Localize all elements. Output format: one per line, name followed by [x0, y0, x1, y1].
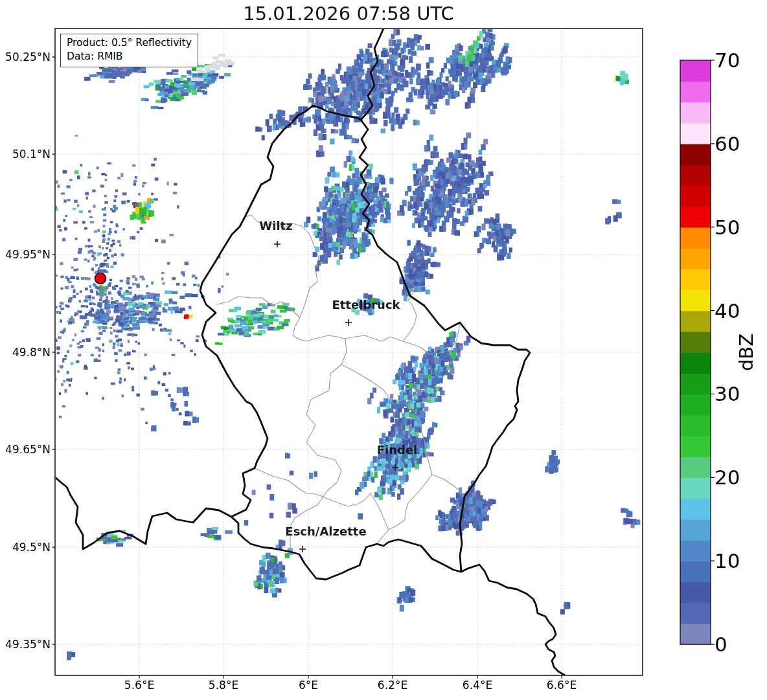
y-tick-label: 49.35°N	[0, 638, 51, 651]
city-label: Esch/Alzette	[274, 525, 378, 538]
city-label: Ettelbruck	[314, 298, 418, 311]
x-tick-label: 6.2°E	[363, 679, 422, 692]
colorbar-tick-label: 30	[715, 381, 740, 406]
x-tick-label: 6°E	[279, 679, 338, 692]
product-line: Product: 0.5° Reflectivity	[67, 36, 192, 50]
figure-title: 15.01.2026 07:58 UTC	[154, 3, 543, 25]
colorbar-tick-label: 40	[715, 299, 740, 323]
colorbar-tick-label: 60	[715, 131, 740, 156]
city-label: Findel	[345, 443, 449, 457]
x-tick-label: 6.4°E	[448, 679, 507, 692]
x-tick-label: 5.6°E	[110, 679, 168, 692]
y-tick-label: 50.1°N	[0, 148, 51, 161]
radar-map-canvas	[0, 0, 767, 700]
colorbar-tick-label: 10	[715, 548, 740, 573]
colorbar-tick-label: 20	[715, 465, 740, 490]
y-tick-label: 50.25°N	[0, 51, 51, 63]
y-tick-label: 49.65°N	[0, 443, 51, 456]
colorbar-tick-label: 50	[715, 215, 740, 240]
y-tick-label: 49.95°N	[0, 248, 51, 261]
x-tick-label: 5.8°E	[194, 679, 253, 692]
colorbar-tick-label: 70	[715, 48, 740, 73]
y-tick-label: 49.8°N	[0, 346, 51, 359]
y-tick-label: 49.5°N	[0, 541, 51, 554]
colorbar-tick-label: 0	[715, 632, 727, 657]
radar-figure: 15.01.2026 07:58 UTC Product: 0.5° Refle…	[0, 0, 767, 700]
product-info-box: Product: 0.5° Reflectivity Data: RMIB	[60, 34, 198, 67]
city-label: Wiltz	[224, 219, 328, 232]
x-tick-label: 6.6°E	[532, 679, 591, 692]
data-source-line: Data: RMIB	[67, 50, 192, 63]
colorbar-axis-label: dBZ	[733, 326, 759, 378]
